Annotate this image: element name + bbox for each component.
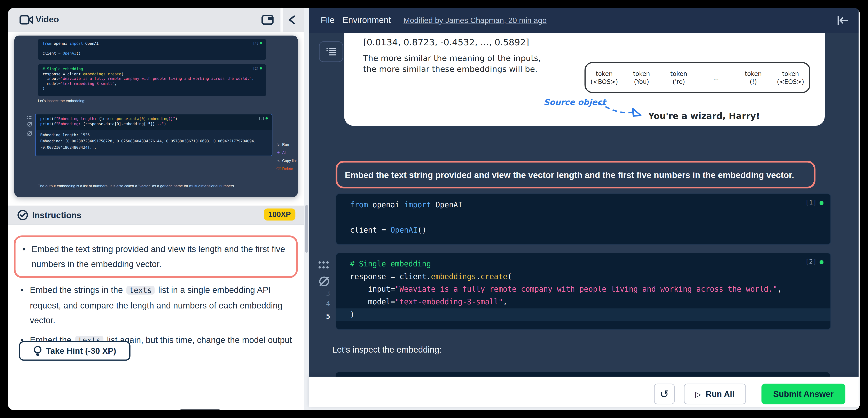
code-line: client = OpenAI(): [42, 51, 261, 56]
screenshot-frame: Video from openai import OpenAI client =…: [0, 0, 868, 418]
token-column: token(!): [735, 69, 772, 86]
take-hint-label: Take Hint (-30 XP): [46, 346, 116, 355]
code-line: [42, 46, 261, 51]
token-box: token(<BOS>)token(You)token('re)...token…: [585, 62, 810, 93]
source-object-label: Source object: [544, 97, 606, 107]
collapse-left-panel-icon[interactable]: [288, 15, 296, 24]
token-column: token('re): [660, 69, 698, 86]
token-column: token(<EOS>): [772, 69, 809, 86]
list-icon: [326, 47, 336, 56]
play-icon: ▷: [276, 142, 281, 147]
workspace-menubar: File Environment Modified by James Chapm…: [309, 8, 859, 32]
video-menu-copy-link: <Copy link: [276, 159, 298, 163]
drag-handle-icon[interactable]: [318, 261, 329, 269]
hide-output-icon: [27, 131, 32, 136]
code-line: [336, 211, 831, 224]
modified-by-link[interactable]: Modified by James Chapman, 20 min ago: [404, 16, 547, 25]
code-line: from openai import OpenAI: [336, 199, 831, 212]
code-line: model="text-embedding-3-small",: [336, 296, 831, 309]
left-panel-scrollbar[interactable]: [305, 205, 308, 253]
code-line: model="text-embedding-3-small",: [42, 82, 261, 86]
dashed-arrow: [597, 100, 643, 119]
menu-file[interactable]: File: [320, 15, 335, 25]
line-number-4: 4: [316, 300, 330, 308]
highlighted-instruction: Embed the text string provided and view …: [336, 161, 815, 188]
menu-environment[interactable]: Environment: [343, 15, 391, 25]
video-markdown-text: Let's inspect the embedding:: [38, 99, 85, 103]
right-gutter: [859, 8, 860, 410]
code-line: input="Weaviate is a fully remote compan…: [336, 283, 831, 296]
hide-code-icon: [27, 122, 32, 127]
video-markdown-text: The output embedding is a list of number…: [38, 184, 279, 188]
video-menu-delete: ⌫Delete: [276, 166, 293, 171]
run-icon: ▷: [695, 390, 701, 398]
take-hint-button[interactable]: Take Hint (-30 XP): [19, 341, 130, 360]
video-panel-header: Video: [8, 8, 304, 32]
code-line: response = client.embeddings.create(: [336, 270, 831, 283]
cell-exec-badge: [1]: [805, 199, 824, 206]
video-menu-ai: ✦AI: [276, 151, 286, 155]
submit-answer-button[interactable]: Submit Answer: [762, 384, 845, 404]
token-column: token(You): [623, 69, 660, 86]
line-number-3: 3: [316, 289, 330, 297]
check-circle-icon: [17, 210, 28, 221]
output-line: Embedding length: 1536: [40, 132, 267, 138]
code-line: print(f"Embedding: {response.data[0].emb…: [40, 121, 267, 126]
xp-badge: 100XP: [264, 208, 296, 221]
code-line: response = client.embeddings.create(: [42, 72, 261, 76]
video-player[interactable]: from openai import OpenAI client = OpenA…: [14, 36, 298, 197]
picture-in-picture-icon[interactable]: [261, 15, 274, 25]
reset-button[interactable]: ↺: [654, 384, 675, 404]
workspace-panel: File Environment Modified by James Chapm…: [309, 8, 859, 407]
collapse-right-panel-icon[interactable]: [837, 15, 848, 26]
next-cell-partial: [336, 372, 830, 377]
drag-handle-icon: [27, 116, 32, 120]
slide-caption-line2: the more similar these embeddings will b…: [363, 64, 537, 73]
cell-exec-badge: [3]: [259, 117, 268, 120]
inline-code-chip: texts: [126, 286, 155, 294]
output-line: -0.003210418624803424]...: [40, 145, 267, 151]
slide-sentence: You're a wizard, Harry!: [648, 110, 760, 121]
video-panel-title: Video: [36, 14, 59, 24]
code-cell-1[interactable]: from openai import OpenAI client = OpenA…: [336, 194, 831, 245]
token-column: token(<BOS>): [586, 69, 623, 86]
sparkle-icon: ✦: [276, 151, 281, 155]
trash-icon: ⌫: [276, 166, 281, 171]
slide-caption-line1: The more similar the meaning of the inpu…: [363, 53, 541, 62]
line-number-5: 5: [316, 312, 330, 320]
header-divider: [280, 8, 283, 32]
markdown-text: Let's inspect the embedding:: [332, 345, 441, 354]
reset-icon: ↺: [660, 387, 669, 400]
exercise-panel: Video from openai import OpenAI client =…: [8, 8, 304, 410]
app-window: Video from openai import OpenAI client =…: [8, 8, 860, 410]
partial-tooltip: [178, 409, 222, 410]
cell-exec-badge: [2]: [253, 67, 262, 70]
code-line: input="Weaviate is a fully remote compan…: [42, 76, 261, 82]
code-line: from openai import OpenAI: [42, 41, 261, 46]
code-line: # Single embedding: [336, 258, 831, 270]
code-line: # Single embedding: [42, 67, 261, 72]
lightbulb-icon: [33, 345, 42, 356]
output-line: Embedding: [0.002887234091758728, 0.0250…: [40, 138, 267, 145]
video-code-cell-3: print(f"Embedding length: {len(response.…: [35, 114, 272, 156]
share-icon: <: [276, 159, 281, 163]
slide-vector-text: [0.0134, 0.8723, -0.4532, ..., 0.5892]: [363, 37, 529, 47]
code-cell-2[interactable]: # Single embeddingresponse = client.embe…: [336, 253, 831, 330]
token-column: ...: [698, 73, 735, 82]
hide-code-icon[interactable]: [318, 276, 330, 287]
video-code-cell-2: # Single embeddingresponse = client.embe…: [38, 64, 266, 96]
run-all-button[interactable]: ▷ Run All: [684, 384, 746, 404]
code-line: print(f"Embedding length: {len(response.…: [40, 117, 267, 121]
cell-exec-badge: [2]: [805, 258, 824, 265]
code-line: ): [336, 309, 831, 321]
outline-toc-button[interactable]: [319, 41, 343, 62]
instructions-title: Instructions: [32, 210, 82, 220]
code-line: client = OpenAI(): [336, 224, 831, 237]
instruction-bullet: Embed the strings in the texts list in a…: [14, 281, 298, 329]
workspace-footer: ↺ ▷ Run All Submit Answer: [309, 377, 859, 407]
video-camera-icon: [20, 15, 33, 25]
code-line: ): [42, 86, 261, 91]
instruction-bullet: Embed the text string provided and view …: [14, 235, 298, 278]
cell-exec-badge: [1]: [253, 41, 262, 45]
video-menu-run: ▷Run: [276, 142, 289, 147]
